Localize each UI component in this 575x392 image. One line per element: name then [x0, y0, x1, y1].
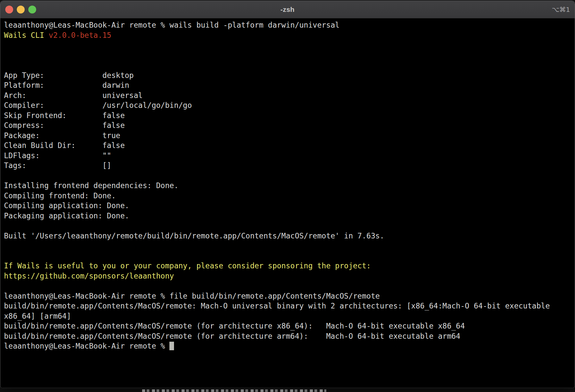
terminal-text: build/bin/remote.app/Contents/MacOS/remo…: [4, 302, 550, 310]
terminal-text: Arch: universal: [4, 91, 143, 100]
terminal-text: Platform: darwin: [4, 81, 129, 89]
terminal-line: [4, 251, 575, 261]
terminal-line: leaanthony@Leas-MacBook-Air remote % wai…: [4, 20, 575, 30]
terminal-text: Compiler: /usr/local/go/bin/go: [4, 101, 192, 110]
cursor-block: [169, 342, 174, 350]
terminal-text: leaanthony@Leas-MacBook-Air remote %: [4, 342, 169, 350]
background-window-sliver: [142, 389, 326, 392]
terminal-text: LDFlags: "": [4, 151, 111, 160]
terminal-text: Wails CLI: [4, 31, 49, 39]
terminal-text: leaanthony@Leas-MacBook-Air remote % fil…: [4, 292, 380, 300]
window-title: -zsh: [0, 6, 575, 13]
terminal-line: Skip Frontend: false: [4, 110, 575, 121]
terminal-text: Package: true: [4, 131, 120, 140]
terminal-line: Built '/Users/leaanthony/remote/build/bi…: [4, 231, 575, 241]
window-shortcut-badge: ⌥⌘1: [552, 1, 570, 18]
minimize-button[interactable]: [17, 6, 25, 13]
terminal-line: leaanthony@Leas-MacBook-Air remote %: [4, 341, 575, 351]
terminal-line: https://github.com/sponsors/leaanthony: [4, 271, 575, 281]
terminal-text: Compiling application: Done.: [4, 201, 129, 210]
terminal-text: leaanthony@Leas-MacBook-Air remote % wai…: [4, 21, 339, 29]
terminal-text: v2.0.0-beta.15: [49, 31, 111, 39]
terminal-text: If Wails is useful to you or your compan…: [4, 261, 371, 270]
terminal-output[interactable]: leaanthony@Leas-MacBook-Air remote % wai…: [0, 18, 575, 388]
terminal-line: Packaging application: Done.: [4, 211, 575, 221]
terminal-line: build/bin/remote.app/Contents/MacOS/remo…: [4, 331, 575, 341]
terminal-line: Clean Build Dir: false: [4, 140, 575, 151]
terminal-line: [4, 171, 575, 181]
terminal-line: Compress: false: [4, 120, 575, 131]
terminal-line: build/bin/remote.app/Contents/MacOS/remo…: [4, 321, 575, 331]
terminal-line: [4, 60, 575, 70]
terminal-line: Compiling frontend: Done.: [4, 191, 575, 201]
terminal-text: Clean Build Dir: false: [4, 141, 125, 150]
terminal-line: x86_64] [arm64]: [4, 311, 575, 321]
terminal-line: If Wails is useful to you or your compan…: [4, 261, 575, 271]
terminal-line: Compiler: /usr/local/go/bin/go: [4, 100, 575, 110]
terminal-text: App Type: desktop: [4, 71, 134, 80]
terminal-line: [4, 50, 575, 61]
title-bar[interactable]: -zsh ⌥⌘1: [0, 1, 575, 18]
terminal-line: Compiling application: Done.: [4, 201, 575, 211]
terminal-line: Wails CLI v2.0.0-beta.15: [4, 30, 575, 40]
terminal-text: Compress: false: [4, 121, 125, 130]
terminal-line: Platform: darwin: [4, 80, 575, 90]
terminal-window: -zsh ⌥⌘1 leaanthony@Leas-MacBook-Air rem…: [0, 1, 575, 388]
terminal-text: build/bin/remote.app/Contents/MacOS/remo…: [4, 332, 460, 340]
terminal-line: [4, 40, 575, 50]
terminal-text: Compiling frontend: Done.: [4, 191, 116, 200]
terminal-line: build/bin/remote.app/Contents/MacOS/remo…: [4, 301, 575, 311]
terminal-line: [4, 221, 575, 231]
terminal-text: build/bin/remote.app/Contents/MacOS/remo…: [4, 322, 465, 330]
terminal-text: x86_64] [arm64]: [4, 312, 71, 320]
terminal-text: Tags: []: [4, 161, 111, 170]
terminal-line: App Type: desktop: [4, 70, 575, 81]
traffic-lights: [5, 1, 36, 18]
terminal-line: Installing frontend dependencies: Done.: [4, 181, 575, 191]
terminal-line: Arch: universal: [4, 90, 575, 101]
terminal-line: leaanthony@Leas-MacBook-Air remote % fil…: [4, 291, 575, 301]
terminal-text: Packaging application: Done.: [4, 211, 129, 220]
terminal-line: [4, 281, 575, 291]
terminal-line: Tags: []: [4, 160, 575, 171]
close-button[interactable]: [5, 6, 13, 13]
zoom-button[interactable]: [28, 6, 36, 13]
terminal-text: Installing frontend dependencies: Done.: [4, 181, 179, 190]
terminal-line: Package: true: [4, 131, 575, 141]
terminal-line: [4, 241, 575, 251]
sponsor-url: https://github.com/sponsors/leaanthony: [4, 272, 174, 280]
terminal-text: Skip Frontend: false: [4, 111, 125, 120]
terminal-text: Built '/Users/leaanthony/remote/build/bi…: [4, 232, 384, 240]
terminal-line: LDFlags: "": [4, 151, 575, 161]
